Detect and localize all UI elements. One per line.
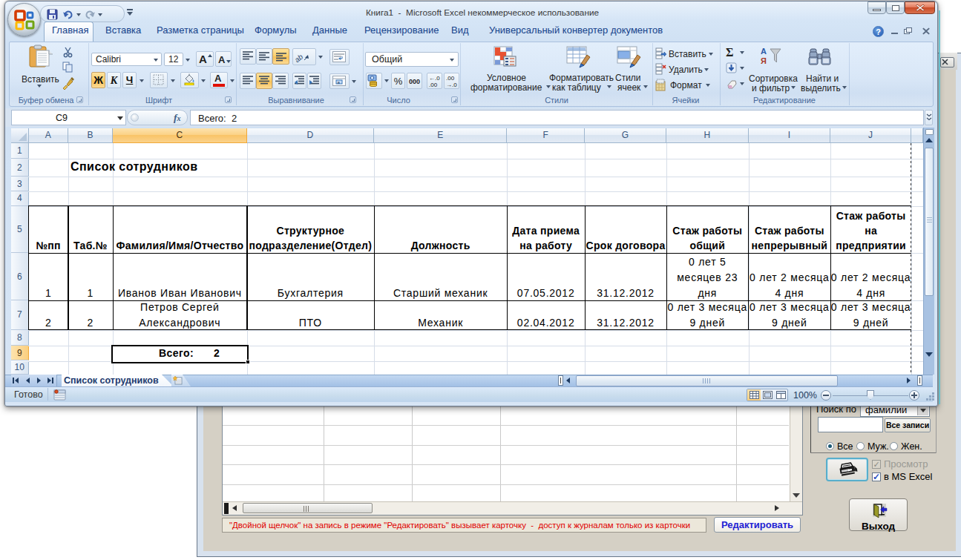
- svg-text:ab: ab: [295, 52, 305, 63]
- svg-text:А: А: [761, 47, 767, 56]
- svg-text:Я: Я: [761, 56, 767, 65]
